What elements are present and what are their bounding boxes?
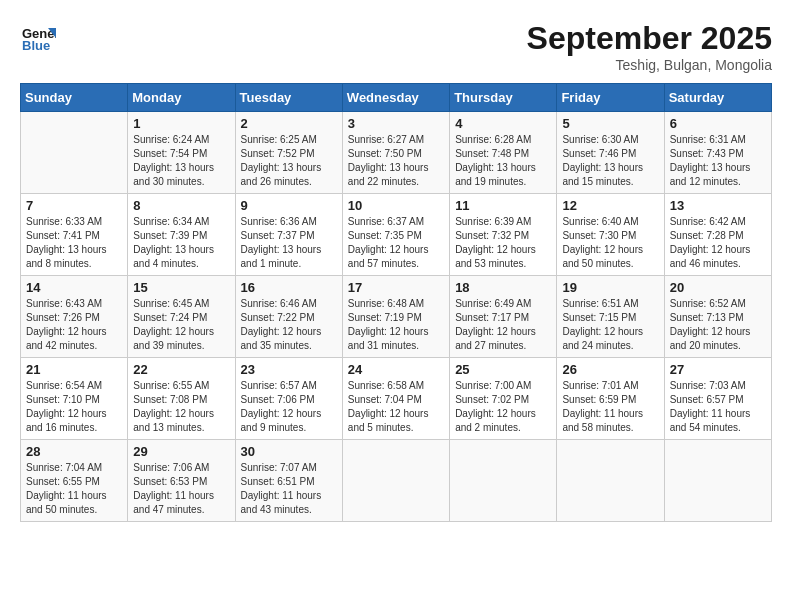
calendar-day-cell: 9Sunrise: 6:36 AM Sunset: 7:37 PM Daylig… <box>235 194 342 276</box>
day-number: 14 <box>26 280 122 295</box>
day-number: 27 <box>670 362 766 377</box>
day-number: 28 <box>26 444 122 459</box>
day-number: 3 <box>348 116 444 131</box>
day-info: Sunrise: 6:49 AM Sunset: 7:17 PM Dayligh… <box>455 297 551 353</box>
weekday-header-cell: Thursday <box>450 84 557 112</box>
day-info: Sunrise: 6:39 AM Sunset: 7:32 PM Dayligh… <box>455 215 551 271</box>
day-info: Sunrise: 6:42 AM Sunset: 7:28 PM Dayligh… <box>670 215 766 271</box>
calendar-day-cell: 30Sunrise: 7:07 AM Sunset: 6:51 PM Dayli… <box>235 440 342 522</box>
calendar-day-cell: 10Sunrise: 6:37 AM Sunset: 7:35 PM Dayli… <box>342 194 449 276</box>
calendar-day-cell <box>450 440 557 522</box>
day-number: 21 <box>26 362 122 377</box>
day-info: Sunrise: 6:37 AM Sunset: 7:35 PM Dayligh… <box>348 215 444 271</box>
weekday-header-cell: Friday <box>557 84 664 112</box>
calendar-day-cell: 21Sunrise: 6:54 AM Sunset: 7:10 PM Dayli… <box>21 358 128 440</box>
day-info: Sunrise: 6:45 AM Sunset: 7:24 PM Dayligh… <box>133 297 229 353</box>
day-number: 22 <box>133 362 229 377</box>
weekday-header-cell: Tuesday <box>235 84 342 112</box>
day-info: Sunrise: 7:06 AM Sunset: 6:53 PM Dayligh… <box>133 461 229 517</box>
day-info: Sunrise: 6:46 AM Sunset: 7:22 PM Dayligh… <box>241 297 337 353</box>
calendar-day-cell: 16Sunrise: 6:46 AM Sunset: 7:22 PM Dayli… <box>235 276 342 358</box>
calendar-day-cell <box>21 112 128 194</box>
calendar-day-cell: 25Sunrise: 7:00 AM Sunset: 7:02 PM Dayli… <box>450 358 557 440</box>
calendar-day-cell: 29Sunrise: 7:06 AM Sunset: 6:53 PM Dayli… <box>128 440 235 522</box>
day-info: Sunrise: 7:00 AM Sunset: 7:02 PM Dayligh… <box>455 379 551 435</box>
day-number: 16 <box>241 280 337 295</box>
day-number: 17 <box>348 280 444 295</box>
calendar-day-cell: 24Sunrise: 6:58 AM Sunset: 7:04 PM Dayli… <box>342 358 449 440</box>
logo-icon: General Blue <box>20 20 56 56</box>
day-number: 4 <box>455 116 551 131</box>
day-info: Sunrise: 7:07 AM Sunset: 6:51 PM Dayligh… <box>241 461 337 517</box>
calendar-day-cell: 23Sunrise: 6:57 AM Sunset: 7:06 PM Dayli… <box>235 358 342 440</box>
weekday-header-cell: Saturday <box>664 84 771 112</box>
calendar-day-cell <box>664 440 771 522</box>
calendar-title: September 2025 <box>527 20 772 57</box>
weekday-header-cell: Wednesday <box>342 84 449 112</box>
calendar-subtitle: Teshig, Bulgan, Mongolia <box>527 57 772 73</box>
day-info: Sunrise: 6:57 AM Sunset: 7:06 PM Dayligh… <box>241 379 337 435</box>
day-number: 25 <box>455 362 551 377</box>
calendar-body: 1Sunrise: 6:24 AM Sunset: 7:54 PM Daylig… <box>21 112 772 522</box>
day-number: 15 <box>133 280 229 295</box>
calendar-week-row: 14Sunrise: 6:43 AM Sunset: 7:26 PM Dayli… <box>21 276 772 358</box>
calendar-day-cell: 17Sunrise: 6:48 AM Sunset: 7:19 PM Dayli… <box>342 276 449 358</box>
day-info: Sunrise: 6:33 AM Sunset: 7:41 PM Dayligh… <box>26 215 122 271</box>
calendar-day-cell: 6Sunrise: 6:31 AM Sunset: 7:43 PM Daylig… <box>664 112 771 194</box>
weekday-header-cell: Sunday <box>21 84 128 112</box>
calendar-day-cell: 27Sunrise: 7:03 AM Sunset: 6:57 PM Dayli… <box>664 358 771 440</box>
logo: General Blue <box>20 20 56 56</box>
day-number: 19 <box>562 280 658 295</box>
calendar-day-cell: 11Sunrise: 6:39 AM Sunset: 7:32 PM Dayli… <box>450 194 557 276</box>
calendar-day-cell: 22Sunrise: 6:55 AM Sunset: 7:08 PM Dayli… <box>128 358 235 440</box>
day-number: 8 <box>133 198 229 213</box>
calendar-day-cell: 2Sunrise: 6:25 AM Sunset: 7:52 PM Daylig… <box>235 112 342 194</box>
weekday-header-row: SundayMondayTuesdayWednesdayThursdayFrid… <box>21 84 772 112</box>
day-number: 23 <box>241 362 337 377</box>
day-number: 10 <box>348 198 444 213</box>
day-number: 2 <box>241 116 337 131</box>
day-number: 7 <box>26 198 122 213</box>
day-number: 13 <box>670 198 766 213</box>
day-info: Sunrise: 6:25 AM Sunset: 7:52 PM Dayligh… <box>241 133 337 189</box>
day-info: Sunrise: 7:04 AM Sunset: 6:55 PM Dayligh… <box>26 461 122 517</box>
day-info: Sunrise: 6:24 AM Sunset: 7:54 PM Dayligh… <box>133 133 229 189</box>
header: General Blue September 2025 Teshig, Bulg… <box>20 20 772 73</box>
day-info: Sunrise: 6:34 AM Sunset: 7:39 PM Dayligh… <box>133 215 229 271</box>
calendar-day-cell: 28Sunrise: 7:04 AM Sunset: 6:55 PM Dayli… <box>21 440 128 522</box>
day-info: Sunrise: 6:27 AM Sunset: 7:50 PM Dayligh… <box>348 133 444 189</box>
calendar-table: SundayMondayTuesdayWednesdayThursdayFrid… <box>20 83 772 522</box>
calendar-day-cell: 19Sunrise: 6:51 AM Sunset: 7:15 PM Dayli… <box>557 276 664 358</box>
calendar-day-cell: 13Sunrise: 6:42 AM Sunset: 7:28 PM Dayli… <box>664 194 771 276</box>
day-info: Sunrise: 6:58 AM Sunset: 7:04 PM Dayligh… <box>348 379 444 435</box>
day-info: Sunrise: 7:03 AM Sunset: 6:57 PM Dayligh… <box>670 379 766 435</box>
calendar-day-cell: 14Sunrise: 6:43 AM Sunset: 7:26 PM Dayli… <box>21 276 128 358</box>
day-number: 24 <box>348 362 444 377</box>
day-info: Sunrise: 6:48 AM Sunset: 7:19 PM Dayligh… <box>348 297 444 353</box>
calendar-day-cell: 20Sunrise: 6:52 AM Sunset: 7:13 PM Dayli… <box>664 276 771 358</box>
calendar-day-cell: 4Sunrise: 6:28 AM Sunset: 7:48 PM Daylig… <box>450 112 557 194</box>
calendar-week-row: 7Sunrise: 6:33 AM Sunset: 7:41 PM Daylig… <box>21 194 772 276</box>
day-number: 11 <box>455 198 551 213</box>
day-number: 6 <box>670 116 766 131</box>
day-info: Sunrise: 6:52 AM Sunset: 7:13 PM Dayligh… <box>670 297 766 353</box>
day-number: 26 <box>562 362 658 377</box>
day-number: 1 <box>133 116 229 131</box>
day-number: 9 <box>241 198 337 213</box>
calendar-day-cell: 8Sunrise: 6:34 AM Sunset: 7:39 PM Daylig… <box>128 194 235 276</box>
day-number: 12 <box>562 198 658 213</box>
day-info: Sunrise: 7:01 AM Sunset: 6:59 PM Dayligh… <box>562 379 658 435</box>
calendar-day-cell: 18Sunrise: 6:49 AM Sunset: 7:17 PM Dayli… <box>450 276 557 358</box>
calendar-day-cell: 15Sunrise: 6:45 AM Sunset: 7:24 PM Dayli… <box>128 276 235 358</box>
title-area: September 2025 Teshig, Bulgan, Mongolia <box>527 20 772 73</box>
calendar-day-cell <box>342 440 449 522</box>
day-info: Sunrise: 6:31 AM Sunset: 7:43 PM Dayligh… <box>670 133 766 189</box>
day-info: Sunrise: 6:51 AM Sunset: 7:15 PM Dayligh… <box>562 297 658 353</box>
calendar-day-cell <box>557 440 664 522</box>
calendar-week-row: 28Sunrise: 7:04 AM Sunset: 6:55 PM Dayli… <box>21 440 772 522</box>
calendar-week-row: 1Sunrise: 6:24 AM Sunset: 7:54 PM Daylig… <box>21 112 772 194</box>
calendar-week-row: 21Sunrise: 6:54 AM Sunset: 7:10 PM Dayli… <box>21 358 772 440</box>
day-info: Sunrise: 6:40 AM Sunset: 7:30 PM Dayligh… <box>562 215 658 271</box>
day-info: Sunrise: 6:43 AM Sunset: 7:26 PM Dayligh… <box>26 297 122 353</box>
day-number: 18 <box>455 280 551 295</box>
